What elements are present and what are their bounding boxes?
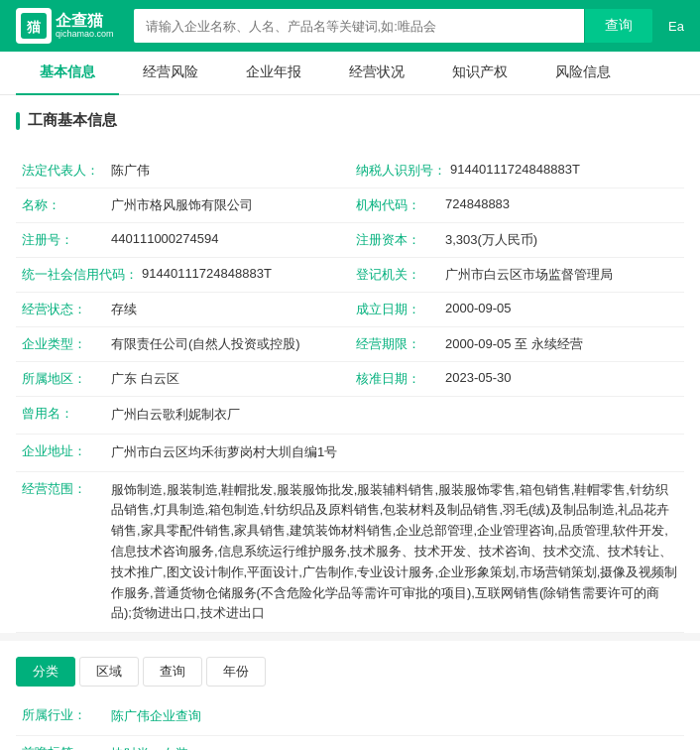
label-company-name: 名称：	[22, 196, 111, 214]
info-col-left-6: 企业类型： 有限责任公司(自然人投资或控股)	[16, 327, 350, 361]
value-biz-status: 存续	[111, 301, 344, 318]
label-biz-period: 经营期限：	[356, 335, 445, 353]
label-address: 企业地址：	[22, 442, 111, 463]
content-area: 工商基本信息 法定代表人： 陈广伟 纳税人识别号： 91440111724848…	[0, 95, 700, 750]
label-prospect-tag: 前瞻标签：	[22, 744, 111, 750]
logo-main-text: 企查猫	[56, 12, 114, 30]
logo-sub-text: qichamao.com	[56, 30, 114, 40]
label-tax-id: 纳税人识别号：	[356, 162, 450, 180]
full-row-biz-scope: 经营范围： 服饰制造,服装制造,鞋帽批发,服装服饰批发,服装辅料销售,服装服饰零…	[16, 472, 684, 634]
info-row-5: 经营状态： 存续 成立日期： 2000-09-05	[16, 293, 684, 327]
sub-tabs: 分类 区域 查询 年份	[16, 657, 684, 687]
info-col-right-2: 机构代码： 724848883	[350, 188, 684, 222]
tab-annual-report[interactable]: 企业年报	[222, 52, 325, 95]
info-col-right-3: 注册资本： 3,303(万人民币)	[350, 223, 684, 257]
value-credit-code: 91440111724848883T	[142, 266, 344, 284]
value-establish-date: 2000-09-05	[445, 301, 678, 318]
value-org-code: 724848883	[445, 196, 678, 214]
label-credit-code: 统一社会信用代码：	[22, 266, 142, 284]
title-bar-decoration	[16, 112, 20, 130]
value-region: 广东 白云区	[111, 370, 344, 388]
label-reg-capital: 注册资本：	[356, 231, 445, 249]
logo-icon: 猫	[16, 8, 52, 44]
logo-area: 猫 企查猫 qichamao.com	[16, 8, 114, 44]
info-col-right-7: 核准日期： 2023-05-30	[350, 362, 684, 396]
sub-tab-year[interactable]: 年份	[206, 657, 266, 687]
logo-text: 企查猫 qichamao.com	[56, 12, 114, 39]
label-biz-status: 经营状态：	[22, 301, 111, 318]
label-establish-date: 成立日期：	[356, 301, 445, 318]
tag-row-prospect: 前瞻标签： 快时尚；女装	[16, 736, 684, 750]
info-row-2: 名称： 广州市格风服饰有限公司 机构代码： 724848883	[16, 188, 684, 223]
value-reg-capital: 3,303(万人民币)	[445, 231, 678, 249]
info-col-left-3: 注册号： 440111000274594	[16, 223, 350, 257]
label-legal-rep: 法定代表人：	[22, 162, 111, 180]
value-address: 广州市白云区均禾街萝岗村大圳自编1号	[111, 442, 678, 463]
info-row-4: 统一社会信用代码： 91440111724848883T 登记机关： 广州市白云…	[16, 258, 684, 293]
label-approval-date: 核准日期：	[356, 370, 445, 388]
value-company-name: 广州市格风服饰有限公司	[111, 196, 344, 214]
value-biz-scope: 服饰制造,服装制造,鞋帽批发,服装服饰批发,服装辅料销售,服装服饰零售,箱包销售…	[111, 480, 678, 625]
label-company-type: 企业类型：	[22, 335, 111, 353]
tag-row-industry: 所属行业： 陈广伟企业查询	[16, 698, 684, 736]
tab-intellectual-property[interactable]: 知识产权	[428, 52, 531, 95]
tab-business-risk[interactable]: 经营风险	[119, 52, 222, 95]
info-col-left-4: 统一社会信用代码： 91440111724848883T	[16, 258, 350, 292]
value-tax-id: 91440111724848883T	[450, 162, 678, 180]
info-col-left-5: 经营状态： 存续	[16, 293, 350, 326]
sub-tab-category[interactable]: 分类	[16, 657, 75, 687]
user-label: Ea	[668, 19, 684, 34]
label-reg-authority: 登记机关：	[356, 266, 445, 284]
label-former-name: 曾用名：	[22, 405, 111, 426]
label-biz-scope: 经营范围：	[22, 480, 111, 625]
label-reg-no: 注册号：	[22, 231, 111, 249]
info-col-right-6: 经营期限： 2000-09-05 至 永续经营	[350, 327, 684, 361]
info-row-7: 所属地区： 广东 白云区 核准日期： 2023-05-30	[16, 362, 684, 397]
info-col-right-1: 纳税人识别号： 91440111724848883T	[350, 154, 684, 188]
section-title-text: 工商基本信息	[28, 111, 117, 130]
full-row-address: 企业地址： 广州市白云区均禾街萝岗村大圳自编1号	[16, 435, 684, 472]
label-industry: 所属行业：	[22, 706, 111, 724]
info-row-6: 企业类型： 有限责任公司(自然人投资或控股) 经营期限： 2000-09-05 …	[16, 327, 684, 362]
tab-business-status[interactable]: 经营状况	[325, 52, 428, 95]
nav-tabs: 基本信息 经营风险 企业年报 经营状况 知识产权 风险信息	[0, 52, 700, 95]
value-reg-authority: 广州市白云区市场监督管理局	[445, 266, 678, 284]
value-former-name: 广州白云歌利妮制衣厂	[111, 405, 678, 426]
sub-tab-region[interactable]: 区域	[79, 657, 139, 687]
value-legal-rep[interactable]: 陈广伟	[111, 162, 344, 180]
value-reg-no: 440111000274594	[111, 231, 344, 249]
divider	[0, 633, 700, 641]
full-row-former-name: 曾用名： 广州白云歌利妮制衣厂	[16, 397, 684, 435]
value-prospect-tag[interactable]: 快时尚；女装	[111, 744, 678, 750]
sub-tab-query[interactable]: 查询	[143, 657, 202, 687]
label-region: 所属地区：	[22, 370, 111, 388]
info-row-3: 注册号： 440111000274594 注册资本： 3,303(万人民币)	[16, 223, 684, 258]
search-button[interactable]: 查询	[584, 9, 652, 43]
svg-text:猫: 猫	[26, 19, 42, 35]
info-col-left-1: 法定代表人： 陈广伟	[16, 154, 350, 188]
search-input[interactable]	[134, 9, 585, 43]
info-col-right-5: 成立日期： 2000-09-05	[350, 293, 684, 326]
value-biz-period: 2000-09-05 至 永续经营	[445, 335, 678, 353]
info-col-left-2: 名称： 广州市格风服饰有限公司	[16, 188, 350, 222]
label-org-code: 机构代码：	[356, 196, 445, 214]
search-bar: 查询	[134, 9, 653, 43]
header: 猫 企查猫 qichamao.com 查询 Ea	[0, 0, 700, 52]
value-approval-date: 2023-05-30	[445, 370, 678, 388]
section-title: 工商基本信息	[16, 111, 684, 138]
tab-basic-info[interactable]: 基本信息	[16, 52, 119, 95]
info-col-left-7: 所属地区： 广东 白云区	[16, 362, 350, 396]
info-row-1: 法定代表人： 陈广伟 纳税人识别号： 91440111724848883T	[16, 154, 684, 188]
tab-risk-info[interactable]: 风险信息	[531, 52, 635, 95]
value-company-type: 有限责任公司(自然人投资或控股)	[111, 335, 344, 353]
info-col-right-4: 登记机关： 广州市白云区市场监督管理局	[350, 258, 684, 292]
value-industry[interactable]: 陈广伟企业查询	[111, 706, 678, 727]
